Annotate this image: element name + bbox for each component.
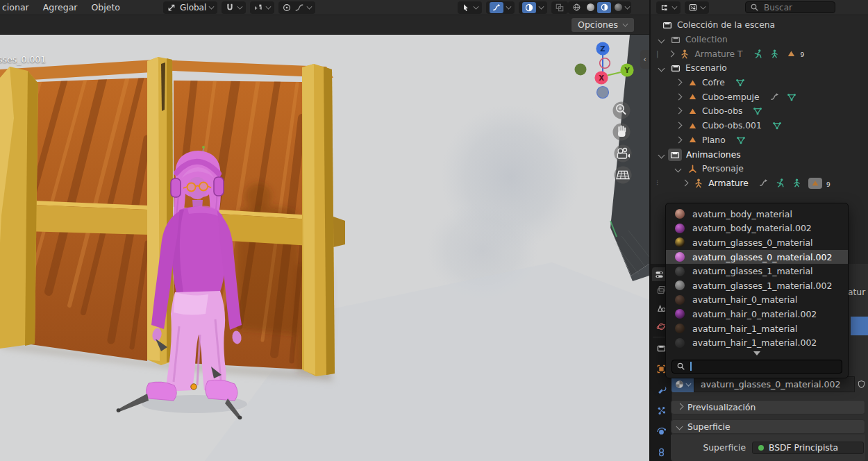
mesh-data-icon[interactable] [771, 120, 783, 131]
mesh-count: 9 [826, 181, 831, 188]
mesh-object-icon [687, 106, 698, 117]
expander-icon[interactable] [676, 166, 681, 171]
expander-icon[interactable] [676, 108, 681, 114]
dropdown-search[interactable] [671, 360, 842, 374]
snap-target-dropdown[interactable] [250, 1, 274, 14]
preview-panel-header[interactable]: Previsualización [671, 400, 865, 414]
expander-icon[interactable] [676, 123, 681, 128]
outliner-search-input[interactable] [762, 2, 825, 13]
mesh-icon[interactable] [786, 49, 796, 59]
outliner-row[interactable]: Collection [651, 33, 868, 47]
animation-icon[interactable] [758, 178, 769, 188]
expander-icon[interactable] [668, 51, 674, 57]
armature-data-icon[interactable] [792, 178, 802, 188]
shading-wireframe-button[interactable] [569, 2, 583, 13]
outliner-row[interactable]: Animaciones [651, 147, 868, 162]
camera-view-button[interactable] [615, 145, 632, 162]
material-preview-swatch [675, 280, 685, 290]
viewport-scene[interactable]: Z Y X [0, 35, 649, 461]
outliner-row[interactable]: | Armature T 9 [651, 47, 868, 61]
mesh-count: 9 [801, 51, 805, 58]
expander-icon[interactable] [682, 181, 687, 186]
axis-neg-z[interactable] [597, 87, 609, 99]
row-label: Cofre [702, 78, 725, 87]
material-option[interactable]: avaturn_glasses_0_material [666, 235, 848, 250]
menu-select[interactable]: cionar [2, 2, 29, 12]
proportional-editing-group[interactable] [278, 1, 315, 14]
outliner-row[interactable]: Colección de la escena [651, 18, 868, 33]
pan-hand-button[interactable] [613, 124, 631, 141]
expander-icon[interactable] [659, 65, 665, 71]
expander-icon[interactable] [676, 137, 681, 143]
material-option[interactable]: avaturn_hair_1_material [666, 321, 848, 336]
axis-neg-y[interactable] [575, 64, 587, 76]
shading-material-button[interactable] [597, 2, 611, 13]
outliner-row[interactable]: Cofre [651, 76, 868, 90]
tab-particles[interactable] [653, 403, 669, 419]
menu-object[interactable]: Objeto [92, 2, 121, 12]
surface-panel-header[interactable]: Superficie [671, 419, 865, 434]
outliner-filter-dropdown[interactable] [685, 1, 709, 14]
chevron-down-icon [266, 3, 272, 9]
shading-rendered-button[interactable] [611, 2, 625, 13]
material-option[interactable]: avaturn_glasses_1_material [666, 264, 848, 278]
options-dropdown[interactable]: Opciones [571, 18, 634, 32]
outliner-row[interactable]: ⁝ Armature 9 [651, 176, 868, 191]
tab-physics[interactable] [653, 424, 669, 439]
perspective-grid-button[interactable] [615, 167, 632, 184]
outliner-display-mode-dropdown[interactable] [656, 1, 681, 14]
outliner-row[interactable]: Escenario [651, 61, 868, 76]
expander-icon[interactable] [676, 94, 681, 100]
armature-data-icon[interactable] [769, 49, 780, 59]
material-option[interactable]: avaturn_body_material [666, 207, 848, 221]
transform-orientation-dropdown[interactable]: Global [163, 1, 217, 14]
outliner-search[interactable] [745, 1, 835, 13]
toggle-xray-button[interactable] [551, 1, 568, 14]
menu-add[interactable]: Agregar [43, 2, 78, 12]
material-option[interactable]: avaturn_hair_1_material.002 [666, 335, 848, 350]
surface-shader-button[interactable]: BSDF Principista [752, 442, 864, 454]
xray-overlay-toggle[interactable] [519, 1, 547, 14]
selected-slot-highlight[interactable] [851, 317, 868, 335]
tab-modifiers[interactable] [653, 382, 669, 398]
material-option[interactable]: avaturn_glasses_1_material.002 [666, 278, 848, 293]
pose-icon[interactable] [753, 49, 763, 59]
outliner-row[interactable]: Cubo-empuje [651, 90, 868, 104]
fake-user-button[interactable] [855, 376, 868, 392]
expander-icon[interactable] [659, 152, 665, 158]
material-option-label: avaturn_glasses_0_material [692, 237, 813, 248]
sidebar-collapse-tab[interactable]: ‹ [640, 50, 649, 69]
shading-solid-button[interactable] [583, 2, 597, 13]
expander-icon[interactable] [676, 80, 681, 85]
outliner-row[interactable]: Cubo-obs.001 [651, 119, 868, 133]
material-option[interactable]: avaturn_hair_0_material.002 [666, 307, 848, 321]
mesh-data-icon[interactable] [735, 135, 746, 146]
snapping-toggle[interactable] [222, 1, 246, 14]
browse-material-button[interactable] [671, 376, 694, 392]
outliner-row[interactable]: Plano [651, 133, 868, 148]
show-gizmos-toggle[interactable] [458, 1, 482, 14]
material-name-field[interactable]: avaturn_glasses_0_material.002 [694, 376, 855, 392]
material-option[interactable]: avaturn_body_material.002 [666, 221, 848, 236]
material-option[interactable]: avaturn_hair_0_material [666, 293, 848, 308]
pose-icon[interactable] [775, 178, 785, 188]
options-label: Opciones [578, 19, 618, 30]
outliner-row[interactable]: Cubo-obs [651, 104, 868, 119]
mesh-object-icon [687, 78, 698, 88]
outliner-row[interactable]: Personaje [651, 162, 868, 176]
zoom-button[interactable] [613, 102, 631, 119]
mesh-data-icon[interactable] [786, 92, 797, 103]
mesh-data-icon[interactable] [735, 77, 746, 88]
expander-icon[interactable] [659, 37, 665, 42]
tab-constraints[interactable] [653, 444, 669, 460]
mesh-data-icon[interactable] [752, 106, 763, 117]
selected-mesh-highlight[interactable] [808, 178, 822, 189]
drag-handle: | [656, 50, 658, 58]
show-overlays-toggle[interactable] [486, 1, 515, 14]
expander-icon [677, 424, 683, 429]
animation-icon[interactable] [769, 92, 780, 102]
scroll-more-indicator[interactable] [666, 350, 848, 358]
material-option-highlighted[interactable]: avaturn_glasses_0_material.002 [666, 250, 848, 265]
viewport-menus: cionar Agregar Objeto [2, 2, 120, 12]
3d-viewport[interactable]: Opciones [0, 15, 649, 461]
